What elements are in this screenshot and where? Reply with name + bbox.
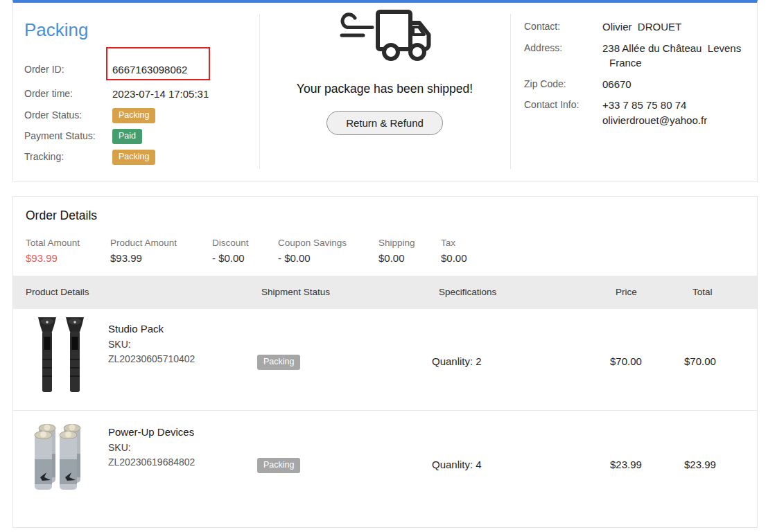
product-image-flashlights bbox=[34, 316, 88, 397]
payment-status-label: Payment Status: bbox=[24, 130, 96, 141]
product-name: Power-Up Devices bbox=[108, 426, 194, 438]
total-amount-label: Total Amount bbox=[26, 238, 80, 248]
product-amount-value: $93.99 bbox=[110, 252, 142, 264]
shipping-truck-icon bbox=[259, 8, 510, 71]
discount-value: - $0.00 bbox=[212, 252, 245, 264]
price-value: $23.99 bbox=[610, 459, 642, 470]
order-details-card: Order Details Total Amount $93.99 Produc… bbox=[12, 196, 758, 528]
order-time-value: 2023-07-14 17:05:31 bbox=[112, 88, 209, 100]
shipping-value: $0.00 bbox=[378, 252, 405, 264]
coupon-savings-label: Coupon Savings bbox=[278, 238, 347, 248]
col-shipment-status: Shipment Status bbox=[261, 276, 330, 309]
coupon-savings-value: - $0.00 bbox=[278, 252, 311, 264]
col-total: Total bbox=[692, 276, 713, 309]
shipped-message: Your package has been shipped! bbox=[259, 82, 510, 96]
col-price: Price bbox=[616, 276, 637, 309]
tracking-status-badge: Packing bbox=[112, 150, 155, 165]
product-name: Studio Pack bbox=[108, 323, 164, 335]
sku-label: SKU: bbox=[108, 339, 131, 350]
sku-value: ZL20230605710402 bbox=[108, 353, 195, 364]
shipment-status-card: Packing Order ID: Order time: Order Stat… bbox=[12, 0, 758, 182]
contact-info-label: Contact Info: bbox=[524, 99, 579, 110]
quantity-value: Quanlity: 4 bbox=[432, 459, 482, 470]
shipment-status-badge: Packing bbox=[257, 458, 300, 473]
payment-status-badge: Paid bbox=[112, 129, 142, 144]
order-time-label: Order time: bbox=[24, 88, 73, 99]
order-id-value: 6667163098062 bbox=[112, 64, 187, 76]
zip-code-value: 06670 bbox=[602, 78, 631, 90]
address-country: France bbox=[609, 57, 642, 69]
tax-label: Tax bbox=[441, 238, 455, 248]
order-status-label: Order Status: bbox=[24, 109, 82, 121]
tracking-label: Tracking: bbox=[24, 151, 64, 162]
sku-label: SKU: bbox=[108, 442, 131, 453]
address-label: Address: bbox=[524, 42, 562, 53]
order-id-label: Order ID: bbox=[24, 64, 64, 75]
col-product-details: Product Details bbox=[26, 276, 89, 309]
contact-label: Contact: bbox=[524, 21, 560, 32]
price-value: $70.00 bbox=[610, 355, 642, 367]
order-status-badge: Packing bbox=[112, 108, 155, 123]
table-header-row: Product Details Shipment Status Specific… bbox=[13, 276, 757, 309]
address-value: 238 Allée du Château Levens bbox=[602, 42, 741, 54]
shipment-status-badge: Packing bbox=[257, 355, 300, 370]
page-title: Packing bbox=[24, 19, 89, 41]
total-value: $70.00 bbox=[684, 355, 716, 367]
tax-value: $0.00 bbox=[441, 252, 467, 264]
speed-lines-icon bbox=[342, 15, 372, 28]
total-value: $23.99 bbox=[684, 459, 716, 470]
sku-value: ZL20230619684802 bbox=[108, 456, 195, 468]
contact-value: Olivier DROUET bbox=[602, 21, 681, 33]
product-amount-label: Product Amount bbox=[110, 238, 177, 248]
row-divider bbox=[13, 410, 757, 411]
product-image-batteries bbox=[32, 423, 87, 495]
contact-email: olivierdrouet@yahoo.fr bbox=[602, 114, 707, 126]
shipment-message-panel: Your package has been shipped! Return & … bbox=[259, 3, 510, 181]
discount-label: Discount bbox=[212, 238, 249, 248]
total-amount-value: $93.99 bbox=[26, 252, 58, 264]
divider bbox=[510, 14, 511, 169]
contact-phone: +33 7 85 75 80 74 bbox=[602, 99, 686, 111]
order-page: Packing Order ID: Order time: Order Stat… bbox=[0, 0, 784, 532]
zip-code-label: Zip Code: bbox=[524, 78, 566, 89]
return-refund-button[interactable]: Return & Refund bbox=[326, 111, 443, 135]
shipping-label: Shipping bbox=[378, 238, 415, 248]
quantity-value: Quanlity: 2 bbox=[432, 355, 482, 367]
col-specifications: Specifications bbox=[439, 276, 496, 309]
order-details-title: Order Details bbox=[26, 209, 97, 223]
